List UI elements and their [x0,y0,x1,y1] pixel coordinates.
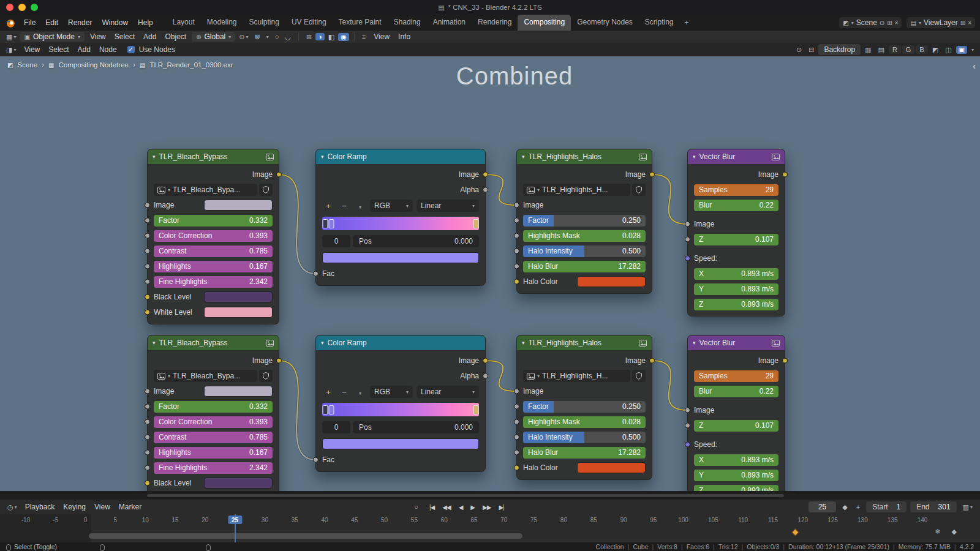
close-window-button[interactable] [6,4,13,11]
keyframe-marker[interactable] [791,528,799,536]
socket-gray[interactable] [145,249,150,254]
value-slider[interactable]: Highlights Mask0.028 [523,416,646,428]
socket-gray[interactable] [145,419,150,425]
node-header[interactable]: ▾TLR_Highlights_Halos [517,149,652,164]
socket-out-image[interactable] [276,358,282,364]
value-slider[interactable]: Y0.893 m/s [694,283,778,295]
value-slider[interactable]: Fine Highlights2.342 [154,276,273,288]
stop-color-swatch[interactable] [322,438,479,449]
remove-viewlayer-icon[interactable]: × [968,20,971,26]
fake-user-button[interactable] [259,370,273,382]
socket-gray[interactable] [514,218,519,223]
timeline-menu-keying[interactable]: Keying [59,501,90,512]
timeline-hscrollbar[interactable] [89,533,522,539]
zoom-window-button[interactable] [31,4,38,11]
socket-gray[interactable] [514,249,519,254]
pin-icon[interactable]: ⊙ [794,46,804,54]
interpolation-dropdown[interactable]: Linear▾ [417,200,479,212]
value-slider[interactable]: Color Correction0.393 [154,230,273,242]
value-slider[interactable]: Fine Highlights2.342 [154,462,273,474]
workspace-tab-uv-editing[interactable]: UV Editing [285,15,333,31]
value-slider[interactable]: X0.893 m/s [694,454,778,466]
ramp-stop-handle[interactable] [473,405,478,414]
add-stop-button[interactable]: + [322,388,334,397]
unlink-scene-icon[interactable]: × [895,20,899,26]
ramp-stop-handle[interactable] [329,219,334,228]
socket-gray[interactable] [483,187,488,193]
menu-edit[interactable]: Edit [40,17,63,29]
snap-target-selector[interactable]: ▾ [264,34,271,40]
socket-in-image[interactable] [685,408,690,413]
socket-gray[interactable] [514,435,519,440]
color-swatch[interactable] [204,307,273,318]
collapse-chevron-icon[interactable]: ▾ [522,340,525,346]
socket-gray[interactable] [514,233,519,239]
socket-gray[interactable] [685,237,690,242]
socket-gray[interactable] [483,373,488,379]
node-color-ramp[interactable]: ▾Color RampImageAlpha+−▾RGB▾Linear▾0Pos0… [315,149,486,286]
datablock-selector[interactable]: ▾TLR_Highlights_H... [523,370,630,382]
socket-gray[interactable] [145,233,150,239]
proportional-falloff-selector[interactable]: ◡ [282,33,293,41]
color-swatch[interactable] [577,276,646,287]
compositor-menu-view[interactable]: View [20,44,44,55]
socket-gray[interactable] [514,404,519,410]
zoom-fit-icon[interactable]: ◫ [943,46,954,54]
editor-type-selector[interactable]: ◷▾ [5,503,20,511]
workspace-tab-modeling[interactable]: Modeling [201,15,243,31]
node-tlr-bleach-bypass[interactable]: ▾TLR_Bleach_BypassImage▾TLR_Bleach_Bypa.… [147,335,279,491]
blender-logo-icon[interactable] [5,18,15,28]
color-swatch[interactable] [204,291,273,302]
value-slider[interactable]: Z0.107 [694,234,778,246]
timeline-menu-marker[interactable]: Marker [115,501,146,512]
fake-user-button[interactable] [632,370,646,382]
node-header[interactable]: ▾Vector Blur [688,335,785,350]
value-slider[interactable]: Z0.107 [694,420,778,432]
value-slider[interactable]: Blur0.22 [694,386,778,397]
backdrop-toggle[interactable]: Backdrop [818,44,861,55]
stop-index-field[interactable]: 0 [322,421,350,433]
breadcrumb-item[interactable]: TLR_Render_01_0300.exr [149,61,233,69]
datablock-selector[interactable]: ▾TLR_Highlights_H... [523,184,630,196]
socket-gray[interactable] [145,389,150,394]
collapse-chevron-icon[interactable]: ▾ [321,154,324,160]
workspace-tab-animation[interactable]: Animation [427,15,472,31]
socket-gray[interactable] [145,203,150,208]
socket-out-image[interactable] [483,172,488,178]
value-slider[interactable]: Contrast0.785 [154,246,273,257]
socket-gray[interactable] [145,218,150,223]
socket-yellow[interactable] [514,279,519,285]
alpha-channel-icon[interactable]: ◩ [930,46,941,54]
color-swatch[interactable] [204,386,273,397]
datablock-selector[interactable]: ▾TLR_Bleach_Bypa... [154,184,257,196]
node-header[interactable]: ▾TLR_Bleach_Bypass [148,335,279,350]
pivot-point-selector[interactable]: ⊙▾ [236,33,251,41]
frame-start-field[interactable]: Start1 [866,501,907,512]
node-tlr-bleach-bypass[interactable]: ▾TLR_Bleach_BypassImage▾TLR_Bleach_Bypa.… [147,149,279,324]
socket-in-image[interactable] [514,389,519,394]
proportional-edit-toggle[interactable]: ○ [273,33,282,40]
collapse-chevron-icon[interactable]: ▾ [153,154,156,160]
color-mode-dropdown[interactable]: RGB▾ [370,200,413,212]
workspace-tab-compositing[interactable]: Compositing [518,15,571,31]
use-nodes-checkbox[interactable]: ✓ [127,46,135,53]
editor-type-selector[interactable]: ◨▾ [4,46,18,54]
new-viewlayer-icon[interactable]: ⊞ [960,20,965,26]
pin-icon[interactable]: ⊙ [880,20,884,26]
ramp-stop-handle[interactable] [473,219,478,228]
socket-out-image[interactable] [782,358,788,364]
collapse-chevron-icon[interactable]: ▾ [693,154,696,160]
stop-position-field[interactable]: Pos0.000 [353,421,479,433]
workspace-tab-layout[interactable]: Layout [167,15,201,31]
socket-out-image[interactable] [649,172,655,178]
workspace-tab-scripting[interactable]: Scripting [639,15,680,31]
node-vector-blur[interactable]: ▾Vector BlurImageSamples29Blur0.22ImageZ… [687,335,785,491]
node-link[interactable] [652,361,688,410]
value-slider[interactable]: Factor0.250 [523,401,646,413]
node-color-ramp[interactable]: ▾Color RampImageAlpha+−▾RGB▾Linear▾0Pos0… [315,335,486,472]
add-stop-button[interactable]: + [322,201,334,211]
socket-gray[interactable] [685,423,690,429]
workspace-tab-shading[interactable]: Shading [388,15,427,31]
value-slider[interactable]: Factor0.250 [523,215,646,227]
breadcrumb-item[interactable]: Compositing Nodetree [59,61,129,69]
